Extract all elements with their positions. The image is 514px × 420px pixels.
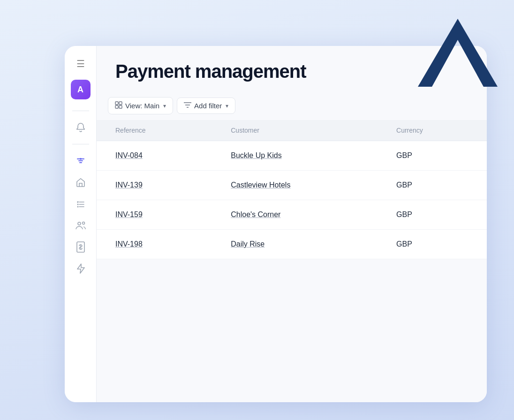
cell-currency: GBP (378, 200, 487, 230)
logo-watermark (416, 14, 500, 89)
svg-point-8 (82, 222, 84, 225)
cell-reference[interactable]: INV-084 (97, 141, 212, 171)
sidebar-item-invoices[interactable] (72, 238, 90, 256)
col-currency: Currency (378, 120, 487, 141)
svg-point-3 (77, 204, 78, 205)
payments-table: Reference Customer Currency INV-084Buckl… (97, 120, 487, 259)
view-chevron-icon: ▾ (163, 103, 166, 109)
table-body: INV-084Buckle Up KidsGBPINV-139Castlevie… (97, 141, 487, 259)
view-main-button[interactable]: View: Main ▾ (108, 97, 173, 114)
col-reference: Reference (97, 120, 212, 141)
customer-link[interactable]: Chloe's Corner (231, 210, 280, 218)
add-filter-button[interactable]: Add filter ▾ (177, 98, 235, 114)
svg-point-0 (80, 158, 82, 160)
sidebar-item-tasks[interactable] (72, 195, 90, 213)
svg-point-5 (77, 206, 78, 208)
table-container: Reference Customer Currency INV-084Buckl… (97, 120, 487, 402)
avatar[interactable]: A (71, 80, 91, 99)
svg-rect-10 (115, 102, 118, 105)
cell-reference[interactable]: INV-198 (97, 230, 212, 259)
sidebar-item-notifications[interactable] (72, 119, 90, 136)
sidebar-item-contacts[interactable] (72, 217, 90, 234)
cell-currency: GBP (378, 171, 487, 200)
cell-customer[interactable]: Buckle Up Kids (212, 141, 378, 171)
table-row: INV-198Daily RiseGBP (97, 230, 487, 259)
table-row: INV-159Chloe's CornerGBP (97, 200, 487, 230)
filter-chevron-icon: ▾ (226, 103, 228, 109)
app-card: ☰ A (65, 46, 487, 402)
svg-rect-11 (119, 102, 122, 105)
sidebar: ☰ A (65, 46, 97, 402)
menu-icon[interactable]: ☰ (76, 59, 85, 68)
cell-reference[interactable]: INV-139 (97, 171, 212, 200)
customer-link[interactable]: Buckle Up Kids (231, 151, 282, 159)
svg-point-7 (78, 222, 81, 225)
reference-link[interactable]: INV-159 (115, 210, 143, 218)
cell-currency: GBP (378, 230, 487, 259)
table-row: INV-084Buckle Up KidsGBP (97, 141, 487, 171)
view-grid-icon (115, 101, 122, 110)
main-content: Payment management View: Main ▾ (97, 46, 487, 402)
view-label: View: Main (125, 102, 159, 110)
reference-link[interactable]: INV-139 (115, 181, 143, 189)
customer-link[interactable]: Daily Rise (231, 240, 265, 248)
toolbar-row: View: Main ▾ Add filter ▾ (97, 90, 487, 114)
sidebar-divider-2 (72, 144, 89, 144)
cell-customer[interactable]: Daily Rise (212, 230, 378, 259)
sidebar-divider-1 (72, 111, 89, 111)
customer-link[interactable]: Castleview Hotels (231, 181, 290, 189)
svg-rect-12 (115, 105, 118, 108)
svg-rect-13 (119, 105, 122, 108)
filter-icon (184, 102, 191, 110)
sidebar-item-lightning[interactable] (72, 260, 90, 278)
cell-customer[interactable]: Castleview Hotels (212, 171, 378, 200)
table-header-row: Reference Customer Currency (97, 120, 487, 141)
table-row: INV-139Castleview HotelsGBP (97, 171, 487, 200)
reference-link[interactable]: INV-084 (115, 151, 143, 159)
sidebar-item-filter[interactable] (72, 152, 90, 170)
cell-reference[interactable]: INV-159 (97, 200, 212, 230)
add-filter-label: Add filter (194, 102, 222, 110)
cell-currency: GBP (378, 141, 487, 171)
reference-link[interactable]: INV-198 (115, 240, 143, 248)
col-customer: Customer (212, 120, 378, 141)
table-header: Reference Customer Currency (97, 120, 487, 141)
sidebar-item-home[interactable] (72, 173, 90, 191)
cell-customer[interactable]: Chloe's Corner (212, 200, 378, 230)
